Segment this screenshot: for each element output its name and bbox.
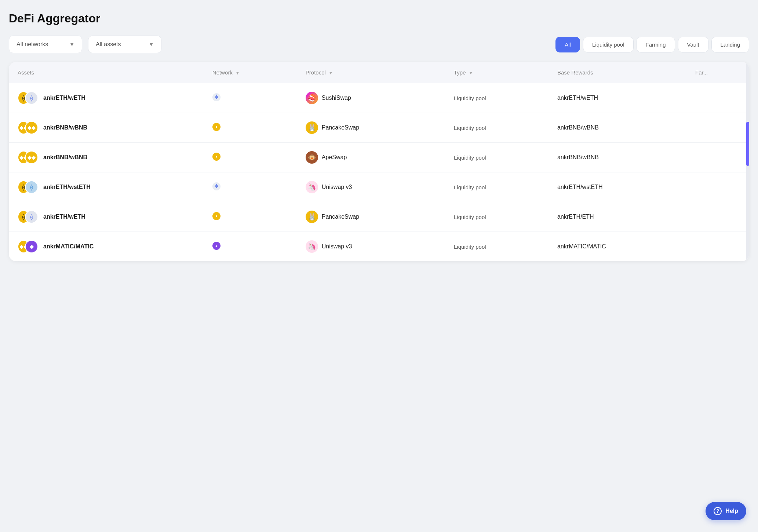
cell-network-0 xyxy=(204,83,297,113)
asset-filter[interactable]: All assets ▼ xyxy=(88,36,161,53)
table-row[interactable]: ◆◆ ◆ ankrMATIC/MATIC ▲ 🦄 Uniswap v3 Liqu… xyxy=(9,232,749,262)
cell-type-3: Liquidity pool xyxy=(445,172,549,202)
cell-type-4: Liquidity pool xyxy=(445,202,549,232)
tab-all[interactable]: All xyxy=(555,37,580,52)
network-filter[interactable]: All networks ▼ xyxy=(9,36,82,53)
cell-farming-5 xyxy=(686,232,749,262)
svg-text:♦: ♦ xyxy=(215,125,217,129)
col-type[interactable]: Type ▼ xyxy=(445,62,549,83)
cell-base-rewards-2: ankrBNB/wBNB xyxy=(549,143,686,172)
cell-network-2: ♦ xyxy=(204,143,297,172)
cell-assets-2: ◆◆ ◆◆ ankrBNB/wBNB xyxy=(9,143,204,172)
network-filter-label: All networks xyxy=(17,41,48,48)
cell-farming-3 xyxy=(686,172,749,202)
table-wrapper: Assets Network ▼ Protocol ▼ Type ▼ xyxy=(9,62,749,261)
col-farming: Far... xyxy=(686,62,749,83)
svg-text:♦: ♦ xyxy=(215,214,217,218)
table-row[interactable]: ⟠ ⟠ ankrETH/wstETH 🦄 Uniswap v3 Liquidit… xyxy=(9,172,749,202)
cell-base-rewards-4: ankrETH/ETH xyxy=(549,202,686,232)
cell-network-3 xyxy=(204,172,297,202)
table-row[interactable]: ⟠ ⟠ ankrETH/wETH 🍣 SushiSwap Liquidity p… xyxy=(9,83,749,113)
cell-type-5: Liquidity pool xyxy=(445,232,549,262)
cell-assets-3: ⟠ ⟠ ankrETH/wstETH xyxy=(9,172,204,202)
cell-farming-2 xyxy=(686,143,749,172)
assets-table: Assets Network ▼ Protocol ▼ Type ▼ xyxy=(9,62,749,261)
cell-assets-1: ◆◆ ◆◆ ankrBNB/wBNB xyxy=(9,113,204,143)
cell-protocol-1: 🐰 PancakeSwap xyxy=(297,113,445,143)
table-header-row: Assets Network ▼ Protocol ▼ Type ▼ xyxy=(9,62,749,83)
tab-group: All Liquidity pool Farming Vault Landing xyxy=(555,37,749,52)
cell-farming-1 xyxy=(686,113,749,143)
main-card: Assets Network ▼ Protocol ▼ Type ▼ xyxy=(9,62,749,261)
cell-assets-4: ⟠ ⟠ ankrETH/wETH xyxy=(9,202,204,232)
cell-protocol-0: 🍣 SushiSwap xyxy=(297,83,445,113)
page-title: DeFi Aggregator xyxy=(9,12,749,25)
tab-liquidity-pool[interactable]: Liquidity pool xyxy=(583,37,634,52)
svg-text:♦: ♦ xyxy=(215,154,217,158)
filters-row: All networks ▼ All assets ▼ All Liquidit… xyxy=(9,36,749,53)
svg-text:▲: ▲ xyxy=(215,244,218,248)
cell-base-rewards-1: ankrBNB/wBNB xyxy=(549,113,686,143)
cell-assets-0: ⟠ ⟠ ankrETH/wETH xyxy=(9,83,204,113)
cell-base-rewards-3: ankrETH/wstETH xyxy=(549,172,686,202)
cell-farming-0 xyxy=(686,83,749,113)
table-row[interactable]: ◆◆ ◆◆ ankrBNB/wBNB ♦ 🐵 ApeSwap Liquidity… xyxy=(9,143,749,172)
scrollbar-thumb[interactable] xyxy=(746,122,749,166)
tab-vault[interactable]: Vault xyxy=(678,37,708,52)
col-base-rewards: Base Rewards xyxy=(549,62,686,83)
help-label: Help xyxy=(725,508,738,514)
network-sort-icon: ▼ xyxy=(236,71,240,75)
cell-base-rewards-5: ankrMATIC/MATIC xyxy=(549,232,686,262)
cell-base-rewards-0: ankrETH/wETH xyxy=(549,83,686,113)
cell-protocol-2: 🐵 ApeSwap xyxy=(297,143,445,172)
cell-farming-4 xyxy=(686,202,749,232)
cell-type-2: Liquidity pool xyxy=(445,143,549,172)
cell-protocol-4: 🐰 PancakeSwap xyxy=(297,202,445,232)
col-protocol[interactable]: Protocol ▼ xyxy=(297,62,445,83)
protocol-sort-icon: ▼ xyxy=(329,71,333,75)
table-body: ⟠ ⟠ ankrETH/wETH 🍣 SushiSwap Liquidity p… xyxy=(9,83,749,262)
cell-type-0: Liquidity pool xyxy=(445,83,549,113)
table-row[interactable]: ◆◆ ◆◆ ankrBNB/wBNB ♦ 🐰 PancakeSwap Liqui… xyxy=(9,113,749,143)
cell-type-1: Liquidity pool xyxy=(445,113,549,143)
cell-protocol-5: 🦄 Uniswap v3 xyxy=(297,232,445,262)
network-filter-chevron: ▼ xyxy=(69,41,74,47)
cell-network-4: ♦ xyxy=(204,202,297,232)
type-sort-icon: ▼ xyxy=(469,71,473,75)
tab-landing[interactable]: Landing xyxy=(711,37,749,52)
scrollbar-track[interactable] xyxy=(746,62,749,261)
cell-assets-5: ◆◆ ◆ ankrMATIC/MATIC xyxy=(9,232,204,262)
tab-farming[interactable]: Farming xyxy=(637,37,675,52)
col-network[interactable]: Network ▼ xyxy=(204,62,297,83)
cell-network-1: ♦ xyxy=(204,113,297,143)
asset-filter-chevron: ▼ xyxy=(149,41,154,47)
asset-filter-label: All assets xyxy=(96,41,121,48)
help-button[interactable]: ? Help xyxy=(706,502,746,520)
cell-network-5: ▲ xyxy=(204,232,297,262)
col-assets: Assets xyxy=(9,62,204,83)
help-icon: ? xyxy=(714,507,722,515)
cell-protocol-3: 🦄 Uniswap v3 xyxy=(297,172,445,202)
table-row[interactable]: ⟠ ⟠ ankrETH/wETH ♦ 🐰 PancakeSwap Liquidi… xyxy=(9,202,749,232)
